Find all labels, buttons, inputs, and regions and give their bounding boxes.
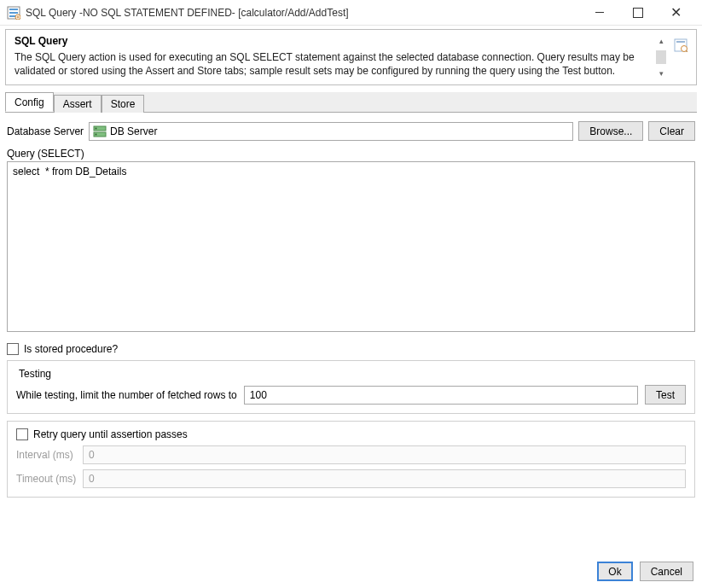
stored-procedure-checkbox[interactable] [7, 343, 19, 355]
timeout-label: Timeout (ms) [16, 473, 78, 485]
dialog-footer: Ok Cancel [597, 562, 693, 581]
config-panel: Database Server DB Server Browse... Clea… [0, 113, 702, 504]
tab-assert[interactable]: Assert [54, 95, 102, 113]
tabs: Config Assert Store [5, 92, 697, 113]
db-server-label: Database Server [7, 125, 84, 137]
timeout-input [83, 469, 686, 488]
maximize-button[interactable] [618, 0, 657, 26]
svg-rect-1 [9, 9, 18, 10]
svg-point-13 [96, 127, 97, 129]
interval-label: Interval (ms) [16, 449, 78, 461]
header-scrollbar[interactable]: ▴ ▾ [655, 37, 667, 78]
svg-line-10 [686, 50, 687, 52]
interval-input [83, 445, 686, 464]
retry-checkbox[interactable] [16, 428, 28, 440]
svg-point-14 [96, 133, 97, 135]
cancel-button[interactable]: Cancel [640, 562, 693, 581]
retry-label: Retry query until assertion passes [33, 428, 188, 440]
header-description: The SQL Query action is used for executi… [15, 50, 655, 78]
minimize-button[interactable] [580, 0, 618, 26]
retry-fieldset: Retry query until assertion passes Inter… [7, 421, 695, 498]
scroll-down-icon[interactable]: ▾ [659, 69, 664, 78]
header-panel: SQL Query The SQL Query action is used f… [5, 29, 697, 85]
query-label: Query (SELECT) [7, 148, 695, 160]
stored-procedure-row[interactable]: Is stored procedure? [7, 343, 695, 355]
db-server-value: DB Server [110, 125, 157, 137]
limit-label: While testing, limit the number of fetch… [16, 389, 237, 401]
scroll-up-icon[interactable]: ▴ [659, 37, 664, 45]
window-title: SQL Query -NO SQL STATEMENT DEFINED- [ca… [26, 7, 580, 19]
svg-rect-8 [676, 41, 685, 43]
close-button[interactable]: ✕ [657, 0, 695, 26]
testing-legend: Testing [16, 368, 54, 380]
window-buttons: ✕ [580, 0, 695, 26]
tab-store[interactable]: Store [102, 95, 145, 113]
browse-button[interactable]: Browse... [578, 121, 643, 141]
testing-fieldset: Testing While testing, limit the number … [7, 360, 695, 414]
scroll-thumb[interactable] [656, 50, 666, 64]
test-button[interactable]: Test [645, 385, 686, 405]
ok-button[interactable]: Ok [597, 562, 632, 581]
svg-rect-2 [9, 12, 18, 14]
limit-input[interactable] [244, 386, 638, 405]
help-icon[interactable] [674, 38, 687, 52]
db-server-icon [93, 125, 107, 138]
titlebar: SQL Query -NO SQL STATEMENT DEFINED- [ca… [0, 0, 702, 26]
query-input[interactable] [7, 161, 695, 332]
clear-button[interactable]: Clear [648, 121, 695, 141]
retry-row[interactable]: Retry query until assertion passes [16, 428, 686, 440]
db-server-field[interactable]: DB Server [89, 122, 573, 141]
app-icon [7, 6, 20, 20]
tab-config[interactable]: Config [5, 92, 54, 112]
header-title: SQL Query [15, 35, 655, 47]
stored-procedure-label: Is stored procedure? [24, 343, 118, 355]
